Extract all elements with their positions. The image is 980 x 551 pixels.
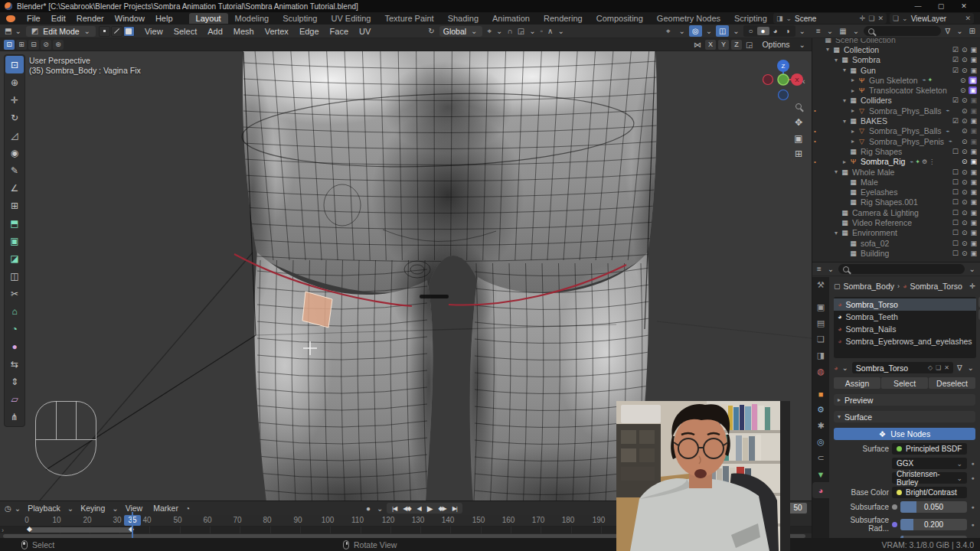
- eye-icon[interactable]: ⊙: [962, 117, 968, 125]
- menu-marker[interactable]: Marker: [148, 504, 184, 513]
- camera-icon[interactable]: ▣: [970, 138, 977, 145]
- outliner-row[interactable]: ▸Ψ Gun Skeleton ⌁✦ ⊙▣: [812, 75, 980, 85]
- menu-face[interactable]: Face: [325, 27, 354, 36]
- assign-button[interactable]: Assign: [834, 377, 880, 389]
- mirror-x-button[interactable]: X: [705, 40, 716, 50]
- outliner-search-input[interactable]: [864, 26, 940, 36]
- copy-icon[interactable]: ❏: [936, 364, 941, 371]
- face-select-button[interactable]: [123, 26, 135, 37]
- material-slot[interactable]: ◕Sombra_Teeth: [834, 311, 976, 323]
- tool-loop-cut[interactable]: ◫: [5, 267, 24, 285]
- sidebar-toggle-icon[interactable]: ‹: [802, 77, 805, 86]
- checkbox-icon[interactable]: ☐: [952, 249, 959, 257]
- snap-magnet-icon[interactable]: ∩: [506, 27, 514, 35]
- tool-rotate[interactable]: ↻: [5, 109, 24, 126]
- eye-icon[interactable]: ⊙: [960, 77, 966, 84]
- outliner-row[interactable]: ▦ Scene Collection: [812, 38, 980, 44]
- camera-icon[interactable]: ▣: [969, 86, 977, 94]
- menu-uv[interactable]: UV: [354, 27, 376, 36]
- checkbox-icon[interactable]: ☑: [952, 46, 959, 54]
- tool-rip-region[interactable]: ⋔: [5, 408, 24, 425]
- blender-menu-icon[interactable]: [6, 15, 15, 22]
- sync-icon[interactable]: ◔: [184, 504, 191, 513]
- surface-shader-field[interactable]: Principled BSDF: [892, 443, 967, 455]
- outliner-row[interactable]: • ▸▽ Sombra_Phys_Penis ⌁ ⊙▣: [812, 136, 980, 146]
- menu-mesh[interactable]: Mesh: [228, 27, 260, 36]
- scene-selector[interactable]: ◨ ⌄ Scene ✛ ❏ ✕: [773, 13, 887, 24]
- material-name-field[interactable]: Sombra_Torso ◇ ❏ ✕: [852, 362, 953, 373]
- gizmo-negz-axis[interactable]: [779, 90, 789, 100]
- close-icon[interactable]: ✕: [877, 15, 884, 22]
- tool-smooth[interactable]: ●: [5, 337, 24, 355]
- zoom-icon[interactable]: [791, 101, 806, 112]
- checkbox-icon[interactable]: ☑: [952, 96, 959, 104]
- tool-extrude[interactable]: ⬒: [5, 214, 24, 232]
- surface-panel-header[interactable]: ▾Surface: [834, 411, 975, 422]
- tool-cursor[interactable]: ⊕: [5, 73, 24, 91]
- mirror-y-button[interactable]: Y: [718, 40, 729, 50]
- camera-icon[interactable]: ▣: [970, 96, 977, 104]
- timeline-editor-icon[interactable]: ◷: [3, 504, 13, 513]
- close-icon[interactable]: ✕: [965, 15, 971, 22]
- properties-search-input[interactable]: [838, 264, 964, 274]
- filter-icon[interactable]: ∇: [944, 27, 952, 35]
- minimize-button[interactable]: —: [906, 2, 929, 10]
- tab-material[interactable]: ◕: [812, 482, 829, 498]
- workspace-tab-scripting[interactable]: Scripting: [727, 13, 774, 24]
- material-slot[interactable]: ◕Sombra_Nails: [834, 323, 976, 335]
- checkbox-icon[interactable]: ☑: [952, 67, 959, 74]
- tab-object[interactable]: ■: [812, 386, 829, 402]
- checkbox-icon[interactable]: ☑: [952, 117, 959, 125]
- camera-icon[interactable]: ▣: [970, 107, 977, 115]
- select-button[interactable]: Select: [881, 377, 928, 389]
- material-slot[interactable]: ◕Sombra_Torso: [834, 298, 976, 311]
- outliner-row[interactable]: • ▸▽ Sombra_Phys_Balls ⌁ ⊙▣: [812, 126, 980, 136]
- eye-icon[interactable]: ⊙: [962, 56, 968, 64]
- options-dropdown[interactable]: Options: [756, 40, 795, 49]
- checkbox-icon[interactable]: ☐: [952, 178, 959, 186]
- outliner-row[interactable]: ▾▦ Environment ☐⊙▣: [812, 228, 980, 238]
- eye-icon[interactable]: ⊙: [962, 209, 968, 217]
- select-invert-button[interactable]: ⊘: [41, 40, 51, 50]
- camera-icon[interactable]: ▣: [970, 168, 977, 176]
- properties-editor-icon[interactable]: ≡: [815, 265, 823, 273]
- tab-output[interactable]: ▤: [812, 315, 829, 331]
- tool-shrink-fatten[interactable]: ⇕: [5, 373, 24, 390]
- eye-icon[interactable]: ⊙: [962, 138, 968, 145]
- outliner-row[interactable]: ▦ Rig Shapes ☐⊙▣: [812, 146, 980, 156]
- outliner-editor-icon[interactable]: ≡: [815, 27, 822, 35]
- workspace-tab-shading[interactable]: Shading: [441, 13, 485, 24]
- filter-icon[interactable]: ∇: [956, 364, 964, 372]
- eye-icon[interactable]: ⊙: [962, 178, 968, 186]
- pin-icon[interactable]: ✛: [969, 282, 975, 290]
- tab-particles[interactable]: ✱: [812, 418, 829, 434]
- shading-solid-button[interactable]: ●: [757, 27, 769, 35]
- outliner-row[interactable]: ▦ Building ☐⊙▣: [812, 248, 980, 258]
- camera-icon[interactable]: ▣: [970, 229, 977, 236]
- channel-expand-icon[interactable]: ›: [2, 527, 4, 534]
- camera-icon[interactable]: ▣: [969, 77, 977, 84]
- workspace-tab-layout[interactable]: Layout: [189, 13, 228, 24]
- material-slot[interactable]: ◕Sombra_Eyebrows_and_eyelashes: [834, 335, 976, 347]
- select-extend-button[interactable]: ⊞: [16, 40, 27, 50]
- eye-icon[interactable]: ⊙: [962, 96, 968, 104]
- outliner-row[interactable]: ▾▦ Gun ☑⊙▣: [812, 65, 980, 75]
- outliner-row[interactable]: ▦ Camera & Lighting ☐⊙▣: [812, 207, 980, 217]
- tab-constraints[interactable]: ⊂: [812, 450, 829, 466]
- eye-icon[interactable]: ⊙: [962, 148, 968, 155]
- select-subtract-button[interactable]: ⊟: [28, 40, 39, 50]
- eye-icon[interactable]: ⊙: [962, 127, 968, 135]
- distribution-dropdown[interactable]: GGX ⌄: [892, 458, 967, 469]
- camera-icon[interactable]: ▣: [970, 178, 977, 186]
- eye-icon[interactable]: ⊙: [962, 188, 968, 196]
- checkbox-icon[interactable]: ☐: [952, 229, 959, 236]
- checkbox-icon[interactable]: ☐: [952, 198, 959, 206]
- outliner-row[interactable]: • ▸▽ Sombra_Phys_Balls ⌁ ⊙▣: [812, 106, 980, 116]
- shading-rendered-button[interactable]: ◑: [782, 27, 794, 35]
- xray-toggle-button[interactable]: ◫: [716, 25, 729, 37]
- subsurface-slider[interactable]: 0.050: [900, 501, 967, 513]
- menu-playback[interactable]: Playback: [22, 504, 66, 513]
- camera-icon[interactable]: ▣: [970, 46, 977, 54]
- camera-icon[interactable]: ▣: [970, 198, 977, 206]
- end-frame-field[interactable]: 50: [789, 503, 807, 514]
